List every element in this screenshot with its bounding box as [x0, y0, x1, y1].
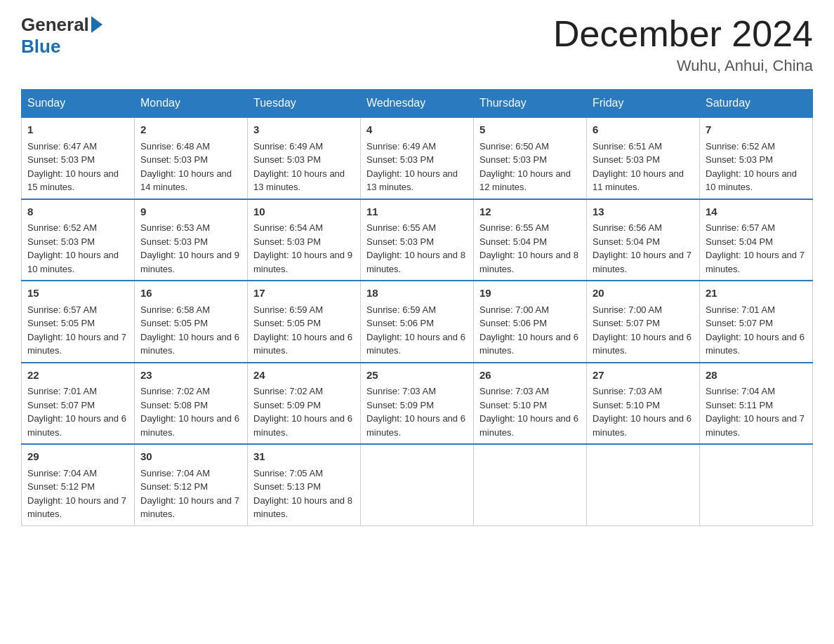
table-row: 5 Sunrise: 6:50 AM Sunset: 5:03 PM Dayli… [474, 117, 587, 199]
daylight-label: Daylight: 10 hours and 6 minutes. [366, 332, 465, 356]
table-row: 13 Sunrise: 6:56 AM Sunset: 5:04 PM Dayl… [587, 199, 700, 281]
daylight-label: Daylight: 10 hours and 6 minutes. [253, 413, 352, 438]
day-number: 30 [140, 449, 241, 465]
sunset-label: Sunset: 5:03 PM [706, 154, 773, 165]
sunset-label: Sunset: 5:12 PM [140, 481, 208, 492]
sunset-label: Sunset: 5:04 PM [593, 236, 660, 247]
day-number: 7 [706, 122, 807, 138]
daylight-label: Daylight: 10 hours and 14 minutes. [140, 168, 232, 193]
location-subtitle: Wuhu, Anhui, China [553, 57, 813, 75]
sunset-label: Sunset: 5:03 PM [479, 154, 547, 165]
col-thursday: Thursday [474, 90, 587, 118]
day-number: 31 [253, 449, 355, 465]
sunset-label: Sunset: 5:03 PM [253, 236, 321, 247]
daylight-label: Daylight: 10 hours and 6 minutes. [706, 332, 805, 356]
sunrise-label: Sunrise: 6:52 AM [27, 222, 97, 233]
daylight-label: Daylight: 10 hours and 6 minutes. [140, 413, 239, 438]
sunrise-label: Sunrise: 6:57 AM [706, 222, 775, 233]
day-number: 8 [27, 204, 128, 220]
table-row: 10 Sunrise: 6:54 AM Sunset: 5:03 PM Dayl… [248, 199, 361, 281]
sunrise-label: Sunrise: 7:04 AM [140, 468, 210, 478]
sunrise-label: Sunrise: 7:01 AM [706, 304, 775, 315]
logo-blue-text: Blue [21, 36, 60, 57]
sunset-label: Sunset: 5:06 PM [479, 318, 547, 328]
day-number: 27 [593, 368, 694, 384]
day-number: 11 [366, 204, 468, 220]
day-number: 21 [706, 286, 807, 302]
daylight-label: Daylight: 10 hours and 9 minutes. [140, 250, 239, 274]
day-number: 17 [253, 286, 355, 302]
sunset-label: Sunset: 5:11 PM [706, 400, 773, 410]
sunrise-label: Sunrise: 7:04 AM [27, 468, 97, 478]
sunrise-label: Sunrise: 7:01 AM [27, 386, 97, 396]
daylight-label: Daylight: 10 hours and 13 minutes. [253, 168, 345, 193]
sunrise-label: Sunrise: 6:55 AM [479, 222, 549, 233]
daylight-label: Daylight: 10 hours and 8 minutes. [479, 250, 578, 274]
table-row: 27 Sunrise: 7:03 AM Sunset: 5:10 PM Dayl… [587, 363, 700, 445]
col-tuesday: Tuesday [248, 90, 361, 118]
daylight-label: Daylight: 10 hours and 8 minutes. [366, 250, 465, 274]
table-row: 31 Sunrise: 7:05 AM Sunset: 5:13 PM Dayl… [248, 444, 361, 525]
sunset-label: Sunset: 5:05 PM [140, 318, 208, 328]
table-row: 6 Sunrise: 6:51 AM Sunset: 5:03 PM Dayli… [587, 117, 700, 199]
sunset-label: Sunset: 5:03 PM [27, 154, 95, 165]
sunrise-label: Sunrise: 6:55 AM [366, 222, 436, 233]
day-number: 26 [479, 368, 581, 384]
sunrise-label: Sunrise: 7:00 AM [593, 304, 662, 315]
sunrise-label: Sunrise: 6:54 AM [253, 222, 323, 233]
table-row [361, 444, 474, 525]
table-row: 23 Sunrise: 7:02 AM Sunset: 5:08 PM Dayl… [135, 363, 248, 445]
sunset-label: Sunset: 5:07 PM [27, 400, 95, 410]
table-row: 1 Sunrise: 6:47 AM Sunset: 5:03 PM Dayli… [22, 117, 135, 199]
daylight-label: Daylight: 10 hours and 6 minutes. [593, 413, 691, 438]
col-friday: Friday [587, 90, 700, 118]
day-number: 9 [140, 204, 241, 220]
sunset-label: Sunset: 5:03 PM [366, 236, 434, 247]
daylight-label: Daylight: 10 hours and 6 minutes. [140, 332, 239, 356]
table-row: 20 Sunrise: 7:00 AM Sunset: 5:07 PM Dayl… [587, 281, 700, 363]
sunrise-label: Sunrise: 6:56 AM [593, 222, 662, 233]
day-number: 13 [593, 204, 694, 220]
logo: General Blue [21, 14, 102, 58]
day-number: 24 [253, 368, 355, 384]
daylight-label: Daylight: 10 hours and 7 minutes. [27, 332, 126, 356]
table-row [474, 444, 587, 525]
sunrise-label: Sunrise: 6:52 AM [706, 141, 775, 152]
calendar-week-row: 22 Sunrise: 7:01 AM Sunset: 5:07 PM Dayl… [22, 363, 813, 445]
daylight-label: Daylight: 10 hours and 6 minutes. [593, 332, 691, 356]
table-row: 15 Sunrise: 6:57 AM Sunset: 5:05 PM Dayl… [22, 281, 135, 363]
table-row: 11 Sunrise: 6:55 AM Sunset: 5:03 PM Dayl… [361, 199, 474, 281]
table-row [587, 444, 700, 525]
day-number: 22 [27, 368, 128, 384]
table-row: 17 Sunrise: 6:59 AM Sunset: 5:05 PM Dayl… [248, 281, 361, 363]
sunset-label: Sunset: 5:12 PM [27, 481, 95, 492]
sunrise-label: Sunrise: 6:59 AM [366, 304, 436, 315]
day-number: 2 [140, 122, 241, 138]
sunrise-label: Sunrise: 6:49 AM [253, 141, 323, 152]
daylight-label: Daylight: 10 hours and 10 minutes. [706, 168, 797, 193]
table-row: 2 Sunrise: 6:48 AM Sunset: 5:03 PM Dayli… [135, 117, 248, 199]
sunset-label: Sunset: 5:05 PM [27, 318, 95, 328]
table-row: 26 Sunrise: 7:03 AM Sunset: 5:10 PM Dayl… [474, 363, 587, 445]
day-number: 15 [27, 286, 128, 302]
sunset-label: Sunset: 5:08 PM [140, 400, 208, 410]
table-row: 9 Sunrise: 6:53 AM Sunset: 5:03 PM Dayli… [135, 199, 248, 281]
daylight-label: Daylight: 10 hours and 9 minutes. [253, 250, 352, 274]
table-row: 19 Sunrise: 7:00 AM Sunset: 5:06 PM Dayl… [474, 281, 587, 363]
sunset-label: Sunset: 5:03 PM [253, 154, 321, 165]
sunrise-label: Sunrise: 7:03 AM [593, 386, 662, 396]
daylight-label: Daylight: 10 hours and 13 minutes. [366, 168, 458, 193]
calendar-week-row: 8 Sunrise: 6:52 AM Sunset: 5:03 PM Dayli… [22, 199, 813, 281]
day-number: 6 [593, 122, 694, 138]
col-saturday: Saturday [700, 90, 813, 118]
sunrise-label: Sunrise: 6:59 AM [253, 304, 323, 315]
sunset-label: Sunset: 5:03 PM [593, 154, 660, 165]
sunset-label: Sunset: 5:04 PM [479, 236, 547, 247]
day-number: 1 [27, 122, 128, 138]
sunrise-label: Sunrise: 6:51 AM [593, 141, 662, 152]
sunset-label: Sunset: 5:09 PM [366, 400, 434, 410]
day-number: 19 [479, 286, 581, 302]
sunrise-label: Sunrise: 6:57 AM [27, 304, 97, 315]
logo-general-text: General [21, 14, 89, 36]
table-row: 21 Sunrise: 7:01 AM Sunset: 5:07 PM Dayl… [700, 281, 813, 363]
